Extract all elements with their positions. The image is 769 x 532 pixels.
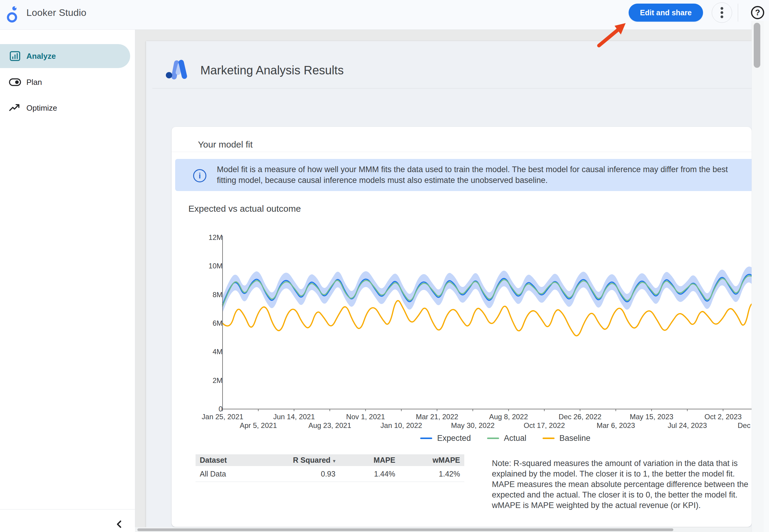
help-button[interactable]: ?	[751, 6, 764, 19]
sidebar-item-analyze[interactable]: Analyze	[0, 44, 135, 68]
cell-r-squared: 0.93	[273, 466, 340, 482]
question-mark-icon: ?	[755, 9, 760, 17]
chart-legend: Expected Actual Baseline	[223, 434, 752, 443]
x-tick-label: Aug 23, 2021	[308, 421, 351, 430]
legend-swatch-baseline	[543, 438, 555, 439]
y-tick-label: 0	[219, 405, 223, 413]
legend-label: Expected	[437, 434, 471, 443]
sidebar-footer-divider	[0, 509, 135, 510]
more-options-button[interactable]	[712, 2, 732, 23]
looker-studio-logo-icon	[6, 5, 20, 23]
y-tick-label: 8M	[213, 291, 223, 299]
x-tick-label: Aug 8, 2022	[489, 413, 528, 421]
sidebar-item-plan[interactable]: Plan	[0, 70, 135, 94]
vertical-scrollbar-thumb[interactable]	[754, 23, 760, 68]
model-fit-card: Your model fit i Model fit is a measure …	[172, 127, 752, 527]
x-tick-label: Apr 5, 2021	[240, 421, 277, 430]
report-title: Marketing Analysis Results	[200, 64, 344, 77]
left-nav-sidebar: Analyze Plan Optimize	[0, 29, 135, 532]
card-header-divider	[172, 152, 752, 152]
confidence-band	[223, 267, 752, 312]
x-tick-label: Mar 6, 2023	[597, 421, 635, 430]
horizontal-scrollbar-thumb[interactable]	[137, 528, 673, 531]
x-tick-label: May 15, 2023	[630, 413, 673, 421]
legend-item-actual[interactable]: Actual	[487, 434, 526, 443]
x-tick-label: Nov 1, 2021	[346, 413, 385, 421]
toggle-icon	[8, 76, 22, 89]
table-row: All Data 0.93 1.44% 1.42%	[196, 466, 464, 482]
legend-label: Actual	[504, 434, 526, 443]
info-icon: i	[193, 169, 206, 182]
legend-label: Baseline	[559, 434, 591, 443]
chevron-left-icon	[115, 520, 124, 529]
sidebar-item-label: Analyze	[26, 52, 56, 61]
y-tick-label: 12M	[208, 233, 223, 242]
trending-up-icon	[8, 101, 22, 115]
y-tick-label: 4M	[213, 348, 223, 356]
model-fit-note: Note: R-squared measures the amount of v…	[492, 458, 752, 511]
x-tick-label: Dec 26, 2022	[559, 413, 602, 421]
y-tick-label: 6M	[213, 319, 223, 327]
bar-chart-icon	[8, 49, 22, 63]
legend-swatch-actual	[487, 438, 499, 439]
x-tick-label: Mar 21, 2022	[416, 413, 458, 421]
legend-item-expected[interactable]: Expected	[420, 434, 471, 443]
right-margin	[764, 21, 769, 532]
sidebar-item-label: Optimize	[26, 103, 57, 113]
cell-mape: 1.44%	[340, 466, 399, 482]
meridian-logo-icon	[163, 55, 195, 81]
x-tick-label: Jun 14, 2021	[273, 413, 315, 421]
column-header-wmape[interactable]: wMAPE	[399, 454, 464, 466]
sidebar-item-optimize[interactable]: Optimize	[0, 96, 135, 120]
x-tick-label: Dec 11, 2023	[738, 421, 752, 430]
edit-and-share-button[interactable]: Edit and share	[629, 4, 703, 22]
edit-and-share-label: Edit and share	[640, 8, 692, 17]
model-fit-chart[interactable]: 02M4M6M8M10M12M Jan 25, 2021Apr 5, 2021J…	[196, 231, 752, 445]
card-title: Your model fit	[198, 139, 253, 150]
column-header-r-squared[interactable]: R Squared▾	[273, 454, 340, 466]
collapse-sidebar-button[interactable]	[111, 516, 128, 532]
x-tick-label: Jan 10, 2022	[381, 421, 422, 430]
x-tick-label: Jan 25, 2021	[202, 413, 244, 421]
header-divider	[738, 4, 738, 22]
legend-item-baseline[interactable]: Baseline	[543, 434, 591, 443]
x-tick-label: Oct 17, 2022	[524, 421, 565, 430]
x-tick-label: May 30, 2022	[451, 421, 495, 430]
cell-dataset: All Data	[196, 466, 273, 482]
table-header-row: Dataset R Squared▾ MAPE wMAPE	[196, 454, 464, 466]
chart-title: Expected vs actual outcome	[188, 204, 301, 214]
x-tick-label: Oct 2, 2023	[705, 413, 742, 421]
info-banner-text: Model fit is a measure of how well your …	[217, 164, 747, 186]
column-header-label: R Squared	[293, 456, 331, 464]
column-header-dataset[interactable]: Dataset	[196, 454, 273, 466]
app-name: Looker Studio	[26, 7, 86, 18]
model-fit-metrics-table: Dataset R Squared▾ MAPE wMAPE All Data 0…	[196, 454, 464, 482]
column-header-mape[interactable]: MAPE	[340, 454, 399, 466]
sidebar-item-label: Plan	[26, 78, 42, 87]
top-app-bar: Looker Studio Edit and share ?	[0, 0, 769, 30]
y-tick-label: 10M	[208, 262, 223, 270]
three-dot-menu-icon	[720, 6, 724, 19]
legend-swatch-expected	[420, 438, 432, 439]
info-banner: i Model fit is a measure of how well you…	[175, 159, 752, 191]
sort-caret-icon: ▾	[333, 458, 336, 464]
vertical-scrollbar-track[interactable]	[752, 21, 764, 532]
y-tick-label: 2M	[213, 376, 223, 385]
x-tick-label: Jul 24, 2023	[668, 421, 707, 430]
cell-wmape: 1.42%	[399, 466, 464, 482]
